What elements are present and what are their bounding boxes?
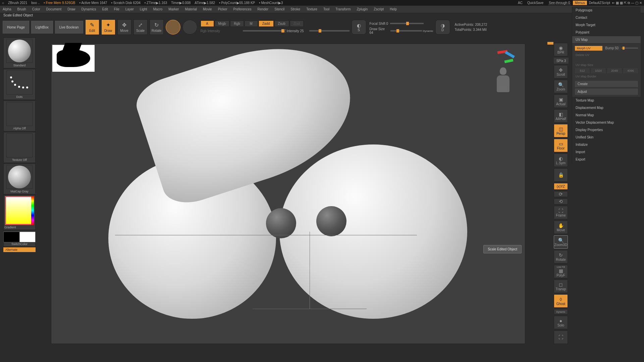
zcut-toggle[interactable]: Zcut (290, 20, 304, 27)
floor-button[interactable]: ▭Floor (554, 139, 568, 152)
adjust-button[interactable]: Adjust (575, 88, 638, 95)
float-icon[interactable]: ⧉ (628, 1, 630, 5)
see-through-slider[interactable]: See-through 0 (548, 1, 571, 5)
menu-zplugin[interactable]: Zplugin (357, 7, 368, 11)
panel-unified-skin[interactable]: Unified Skin (572, 134, 641, 141)
rgb-intensity-slider[interactable] (243, 30, 283, 32)
transp-button[interactable]: ◻Transp (554, 280, 568, 293)
menus-toggle[interactable]: Menus (573, 1, 587, 5)
rotate-mode-button[interactable]: ↻Rotate (150, 19, 164, 35)
uv-size-4096[interactable]: 4096 (623, 68, 638, 73)
gyro-b-button[interactable] (182, 20, 197, 35)
menu-edit[interactable]: Edit (102, 7, 108, 11)
y-axis-button[interactable]: ⟳ (554, 191, 568, 197)
uv-border-label[interactable]: UV Map Border (575, 73, 638, 79)
bump-label[interactable]: Bump 50 (603, 46, 621, 51)
switch-color[interactable]: SwitchColor (3, 231, 36, 247)
delete-uv-button[interactable]: Delete UV (575, 52, 638, 58)
default-zscript[interactable]: DefaultZScript (589, 1, 610, 5)
focal-shift-slider[interactable] (390, 23, 424, 24)
menu-material[interactable]: Material (185, 7, 197, 11)
scroll-button[interactable]: ✥Scroll (554, 65, 568, 78)
dynamic-toggle[interactable]: Dynamic (423, 29, 433, 33)
panel-vector-displacement[interactable]: Vector Displacement Map (572, 119, 641, 126)
xyz-button[interactable]: (x)YZ (554, 183, 568, 190)
panel-displacement-map[interactable]: Displacement Map (572, 104, 641, 112)
alternate-button[interactable]: Alternate (3, 247, 36, 252)
d-gyro[interactable]: ◑D (435, 20, 450, 35)
morph-uv-button[interactable]: Morph UV (575, 46, 602, 51)
attach-icon[interactable]: ⇱ (624, 1, 627, 5)
uv-size-512[interactable]: 512 (575, 68, 590, 73)
panel-import[interactable]: Import (572, 148, 641, 156)
menu-color[interactable]: Color (32, 7, 40, 11)
bump-slider[interactable] (621, 48, 638, 49)
panel-texture-map[interactable]: Texture Map (572, 97, 641, 104)
brush-picker[interactable]: Standard (3, 38, 36, 68)
layout-alt-icon[interactable]: ▦ (620, 1, 623, 5)
lsym-button[interactable]: ◐L.Sym (554, 154, 568, 167)
menu-light[interactable]: Light (140, 7, 147, 11)
panel-display-properties[interactable]: Display Properties (572, 126, 641, 134)
z-intensity-slider[interactable] (309, 30, 350, 32)
lock-button[interactable]: 🔒 (554, 168, 568, 182)
zsub-toggle[interactable]: Zsub (274, 20, 289, 27)
zoom-button[interactable]: 🔍Zoom (554, 80, 568, 93)
live-boolean-button[interactable]: Live Boolean (55, 21, 83, 34)
z-axis-button[interactable]: ⟲ (554, 198, 568, 204)
collapse-left-icon[interactable]: ⇤ (612, 1, 615, 5)
material-picker[interactable]: MatCap Gray (3, 164, 36, 194)
menu-dynamics[interactable]: Dynamics (82, 7, 96, 11)
menu-movie[interactable]: Movie (203, 7, 212, 11)
menu-help[interactable]: Help (390, 7, 397, 11)
edit-mode-button[interactable]: ✎Edit (85, 19, 99, 35)
menu-texture[interactable]: Texture (306, 7, 317, 11)
stroke-picker[interactable]: Dots (3, 69, 36, 100)
viewport[interactable]: Scale Edited Object (51, 44, 525, 344)
layout-icon[interactable]: ▦ (616, 1, 619, 5)
spix-slider[interactable]: SPix 3 (554, 58, 569, 64)
menu-macro[interactable]: Macro (153, 7, 163, 11)
lightbox-button[interactable]: LightBox (31, 21, 53, 34)
panel-initialize[interactable]: Initialize (572, 141, 641, 148)
a-toggle[interactable]: A (201, 20, 214, 27)
home-page-button[interactable]: Home Page (3, 21, 29, 34)
panel-morph-target[interactable]: Morph Target (572, 21, 641, 29)
uv-size-1024[interactable]: 1024 (591, 68, 606, 73)
frame-button[interactable]: ⛶Frame (554, 206, 568, 219)
rotate-view-button[interactable]: ↻Rotate (554, 250, 568, 263)
panel-normal-map[interactable]: Normal Map (572, 112, 641, 119)
quicksave-button[interactable]: QuickSave (527, 1, 543, 5)
gyro-a-button[interactable] (166, 20, 180, 35)
alpha-picker[interactable]: Alpha Off (3, 101, 36, 131)
panel-polypaint[interactable]: Polypaint (572, 29, 641, 36)
s-gyro[interactable]: ◐S (352, 20, 366, 35)
solo-button[interactable]: ●Solo (554, 316, 568, 329)
menu-marker[interactable]: Marker (168, 7, 179, 11)
panel-uv-map[interactable]: UV Map (572, 36, 641, 44)
persp-button[interactable]: ◫Persp (554, 124, 568, 137)
menu-layer[interactable]: Layer (125, 7, 134, 11)
move-view-button[interactable]: ✋Move (554, 221, 568, 234)
menu-transform[interactable]: Transform (335, 7, 351, 11)
move-mode-button[interactable]: ✥Move (117, 19, 131, 35)
texture-picker[interactable]: Texture Off (3, 132, 36, 163)
color-picker[interactable]: Gradient (3, 195, 36, 230)
menu-stroke[interactable]: Stroke (290, 7, 300, 11)
panel-export[interactable]: Export (572, 156, 641, 163)
zadd-toggle[interactable]: Zadd (259, 20, 274, 27)
menu-draw[interactable]: Draw (67, 7, 75, 11)
menu-file[interactable]: File (114, 7, 119, 11)
axis-gizmo[interactable] (495, 47, 518, 67)
aahalf-button[interactable]: ◧AAHalf (554, 109, 568, 123)
actual-button[interactable]: ▣Actual (554, 95, 568, 108)
menu-zscript[interactable]: Zscript (374, 7, 384, 11)
mrgb-toggle[interactable]: Mrgb (215, 20, 230, 27)
menu-stencil[interactable]: Stencil (274, 7, 284, 11)
scale-mode-button[interactable]: ⤢Scale (133, 19, 148, 35)
menu-brush[interactable]: Brush (17, 7, 26, 11)
menu-picker[interactable]: Picker (218, 7, 227, 11)
draw-mode-button[interactable]: ✦Draw (101, 19, 115, 35)
m-toggle[interactable]: M (245, 20, 258, 27)
zoom3d-button[interactable]: 🔍Zoom3D (554, 235, 568, 249)
